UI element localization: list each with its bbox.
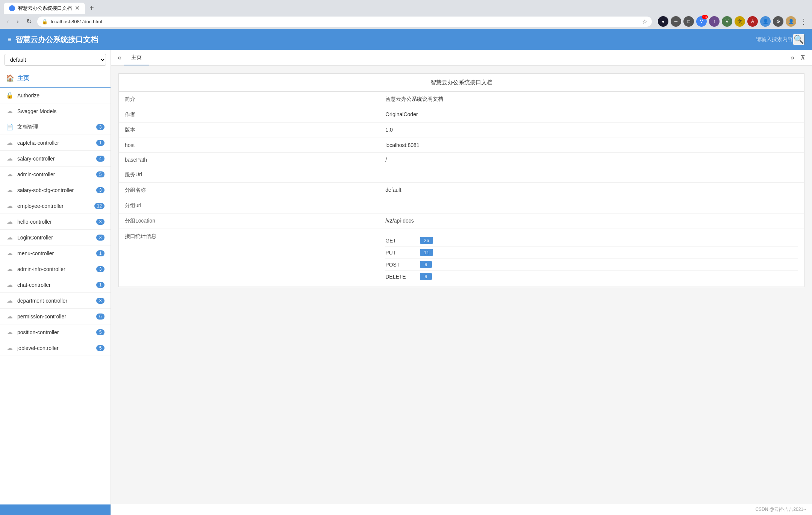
row-key-version: 版本 bbox=[119, 123, 379, 138]
table-row-host: host localhost:8081 bbox=[119, 138, 804, 153]
item-badge-1: 1 bbox=[96, 140, 105, 146]
sidebar-item-4[interactable]: ☁ salary-sob-cfg-controller 3 bbox=[0, 182, 111, 198]
content-area: « 主页 » ⊼ 智慧云办公系统接口文档 简介 智慧云办公系统说明文档 bbox=[111, 50, 812, 515]
tab-nav-next-button[interactable]: » bbox=[788, 54, 797, 62]
new-tab-button[interactable]: + bbox=[86, 2, 97, 14]
sidebar-item-5[interactable]: ☁ employee-controller 12 bbox=[0, 198, 111, 214]
table-row-intro: 简介 智慧云办公系统说明文档 bbox=[119, 92, 804, 107]
item-badge-13: 5 bbox=[96, 329, 105, 335]
extension-icon-7[interactable]: 👤 bbox=[760, 16, 771, 27]
extension-icon-2[interactable]: V 13 bbox=[696, 16, 707, 27]
extension-icon-6[interactable]: A bbox=[747, 16, 758, 27]
row-value-version: 1.0 bbox=[379, 123, 804, 138]
item-badge-7: 3 bbox=[96, 235, 105, 241]
app: ≡ 智慧云办公系统接口文档 请输入搜索内容 🔍 default 🏠 主页 🔒 A… bbox=[0, 29, 812, 515]
cloud-icon-0: 📄 bbox=[6, 123, 14, 130]
sidebar-item-8[interactable]: ☁ menu-controller 1 bbox=[0, 245, 111, 261]
sidebar-item-10[interactable]: ☁ chat-controller 1 bbox=[0, 277, 111, 293]
sidebar-item-11[interactable]: ☁ department-controller 3 bbox=[0, 293, 111, 309]
item-label-5: employee-controller bbox=[17, 203, 91, 209]
row-key-group-name: 分组名称 bbox=[119, 183, 379, 198]
api-stat-get: GET 26 bbox=[385, 235, 798, 247]
table-row-api-stats: 接口统计信息 GET 26 PUT 11 bbox=[119, 229, 804, 287]
sidebar-item-12[interactable]: ☁ permission-controller 6 bbox=[0, 309, 111, 324]
item-badge-3: 5 bbox=[96, 171, 105, 177]
sidebar-item-2[interactable]: ☁ salary-controller 4 bbox=[0, 151, 111, 167]
sidebar-item-6[interactable]: ☁ hello-controller 3 bbox=[0, 214, 111, 230]
row-key-group-location: 分组Location bbox=[119, 214, 379, 229]
cloud-icon-3: ☁ bbox=[6, 171, 14, 178]
forward-button[interactable]: › bbox=[14, 17, 21, 26]
extension-icon-3[interactable]: ↑ bbox=[709, 16, 720, 27]
sidebar-item-0[interactable]: 📄 文档管理 3 bbox=[0, 119, 111, 135]
refresh-button[interactable]: ↻ bbox=[24, 17, 34, 26]
api-stats: GET 26 PUT 11 POST 9 bbox=[385, 235, 798, 282]
authorize-label: Authorize bbox=[17, 92, 105, 98]
row-value-group-location: /v2/api-docs bbox=[379, 214, 804, 229]
cloud-icon-2: ☁ bbox=[6, 155, 14, 162]
url-input[interactable]: 🔒 localhost:8081/doc.html ☆ bbox=[37, 17, 652, 27]
browser-more-button[interactable]: ⋮ bbox=[800, 17, 807, 26]
api-stat-delete: DELETE 9 bbox=[385, 271, 798, 282]
main-tab[interactable]: 主页 bbox=[124, 50, 149, 65]
browser-minimize-icon[interactable]: ─ bbox=[671, 16, 681, 27]
api-badge-put: 11 bbox=[420, 249, 433, 256]
sidebar-item-3[interactable]: ☁ admin-controller 5 bbox=[0, 167, 111, 182]
active-tab[interactable]: 智慧云办公系统接口文档 ✕ bbox=[4, 3, 85, 14]
main-content: default 🏠 主页 🔒 Authorize ☁ Swagger Model… bbox=[0, 50, 812, 515]
api-method-get: GET bbox=[385, 238, 415, 244]
cloud-icon-14: ☁ bbox=[6, 344, 14, 351]
sidebar-item-authorize[interactable]: 🔒 Authorize bbox=[0, 88, 111, 103]
api-method-delete: DELETE bbox=[385, 274, 415, 280]
sidebar-item-swagger-models[interactable]: ☁ Swagger Models bbox=[0, 103, 111, 119]
browser-maximize-icon[interactable]: □ bbox=[683, 16, 694, 27]
sidebar-item-14[interactable]: ☁ joblevel-controller 5 bbox=[0, 340, 111, 356]
group-select[interactable]: default bbox=[5, 54, 106, 66]
cloud-icon-8: ☁ bbox=[6, 250, 14, 257]
notification-badge: 13 bbox=[702, 15, 708, 19]
sidebar-item-1[interactable]: ☁ captcha-controller 1 bbox=[0, 135, 111, 151]
row-value-group-name: default bbox=[379, 183, 804, 198]
item-label-10: chat-controller bbox=[17, 282, 92, 288]
tab-close-button[interactable]: ✕ bbox=[75, 5, 80, 11]
table-row-group-name: 分组名称 default bbox=[119, 183, 804, 198]
table-row-author: 作者 OriginalCoder bbox=[119, 107, 804, 123]
tab-nav-prev-button[interactable]: « bbox=[115, 54, 124, 62]
extension-icon-5[interactable]: 文 bbox=[735, 16, 745, 27]
cloud-icon-12: ☁ bbox=[6, 313, 14, 320]
main-tab-label: 主页 bbox=[131, 54, 142, 60]
row-key-service-url: 服务Url bbox=[119, 167, 379, 183]
tab-collapse-button[interactable]: ⊼ bbox=[798, 54, 807, 62]
api-badge-delete: 9 bbox=[420, 273, 432, 280]
row-value-author: OriginalCoder bbox=[379, 107, 804, 123]
api-stat-put: PUT 11 bbox=[385, 247, 798, 259]
sidebar-item-9[interactable]: ☁ admin-info-controller 3 bbox=[0, 261, 111, 277]
sidebar-item-13[interactable]: ☁ position-controller 5 bbox=[0, 324, 111, 340]
extension-icon-1[interactable]: ● bbox=[658, 16, 668, 27]
bookmark-icon[interactable]: ☆ bbox=[642, 18, 647, 25]
extension-icon-4[interactable]: V bbox=[722, 16, 732, 27]
profile-icon[interactable]: 👤 bbox=[786, 16, 796, 27]
header-search-button[interactable]: 🔍 bbox=[793, 34, 804, 45]
cloud-icon-7: ☁ bbox=[6, 234, 14, 241]
item-badge-11: 3 bbox=[96, 298, 105, 304]
api-method-put: PUT bbox=[385, 250, 415, 256]
item-label-9: admin-info-controller bbox=[17, 266, 92, 272]
back-button[interactable]: ‹ bbox=[5, 17, 11, 26]
footer-text: CSDN @云哲·吉吉2021~ bbox=[755, 507, 806, 512]
sidebar-footer bbox=[0, 504, 111, 515]
row-key-host: host bbox=[119, 138, 379, 153]
cloud-icon-10: ☁ bbox=[6, 281, 14, 288]
item-badge-5: 12 bbox=[94, 203, 105, 209]
item-label-2: salary-controller bbox=[17, 156, 92, 162]
item-badge-10: 1 bbox=[96, 282, 105, 288]
item-badge-8: 1 bbox=[96, 250, 105, 256]
lock-secure-icon: 🔒 bbox=[42, 19, 48, 24]
info-table: 简介 智慧云办公系统说明文档 作者 OriginalCoder 版本 1.0 bbox=[119, 92, 804, 287]
item-badge-9: 3 bbox=[96, 266, 105, 272]
sidebar-home-item[interactable]: 🏠 主页 bbox=[0, 70, 111, 88]
menu-icon: ≡ bbox=[8, 36, 12, 44]
sidebar-item-7[interactable]: ☁ LoginController 3 bbox=[0, 230, 111, 245]
extension-icon-8[interactable]: ⚙ bbox=[773, 16, 783, 27]
page-footer: CSDN @云哲·吉吉2021~ bbox=[111, 504, 812, 515]
